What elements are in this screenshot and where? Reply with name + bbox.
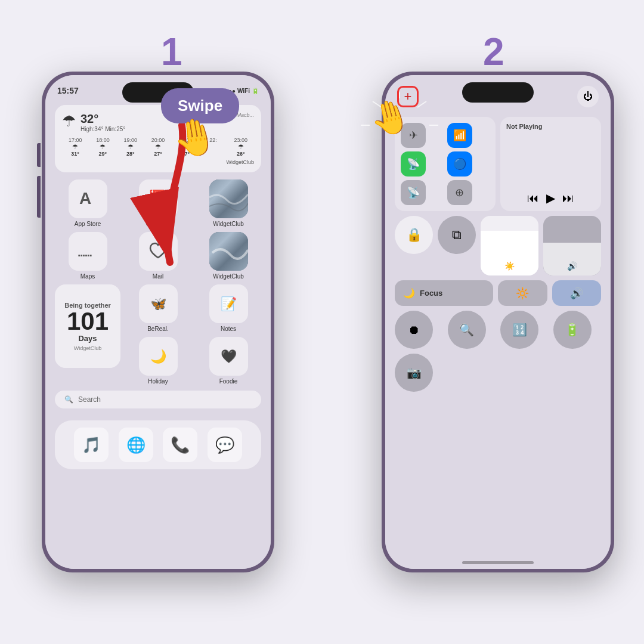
camera-button[interactable]: 📷 xyxy=(395,354,433,392)
status-time-1: 15:57 xyxy=(57,86,79,95)
foodie-label: Foodie xyxy=(219,378,238,385)
svg-text:▪▪▪▪▪▪: ▪▪▪▪▪▪ xyxy=(78,252,92,259)
days-widget: Being together 101 Days WidgetClub xyxy=(55,284,120,368)
bereal-label: BeReal. xyxy=(147,326,169,332)
step-2-label: 2 xyxy=(483,30,504,74)
dock: 🎵 🌐 📞 💬 xyxy=(55,420,261,469)
calculator-button[interactable]: 🔢 xyxy=(500,311,538,349)
rewind-button[interactable]: ⏮ xyxy=(527,191,539,205)
dock-safari[interactable]: 🌐 xyxy=(119,428,153,462)
notes-icon: 📝 xyxy=(209,284,248,323)
bereal-icon: 🦋 xyxy=(139,284,178,323)
sound-tile[interactable]: 🔊 xyxy=(552,280,602,306)
music-panel: Not Playing ⏮ ▶ ⏭ xyxy=(500,117,601,211)
notes-wrapper[interactable]: 📝 Notes xyxy=(196,284,261,332)
dock-music[interactable]: 🎵 xyxy=(74,428,109,462)
search-icon: 🔍 xyxy=(64,395,73,404)
magnifier-button[interactable]: 🔍 xyxy=(448,311,486,349)
svg-line-7 xyxy=(417,101,426,107)
bereal-wrapper[interactable]: 🦋 BeReal. xyxy=(125,284,191,332)
dynamic-island-2 xyxy=(462,82,534,103)
foodie-icon: 🖤 xyxy=(209,337,248,376)
search-label: Search xyxy=(78,395,101,404)
holiday-label: Holiday xyxy=(148,378,168,385)
sound-icon: 🔊 xyxy=(570,287,583,300)
focus-label: Focus xyxy=(420,289,442,298)
svg-text:A: A xyxy=(79,189,91,208)
small-apps-col2: 📝 Notes 🖤 Foodie xyxy=(196,284,261,385)
brightness-slider[interactable]: ☀️ xyxy=(481,216,538,275)
screen-mirror-button[interactable]: ⧉ xyxy=(438,216,476,254)
foodie-wrapper[interactable]: 🖤 Foodie xyxy=(196,337,261,385)
dock-phone[interactable]: 📞 xyxy=(163,428,197,462)
bottom-widgets: Being together 101 Days WidgetClub 🦋 BeR… xyxy=(55,284,261,385)
dock-messages[interactable]: 💬 xyxy=(208,428,242,462)
step-1-label: 1 xyxy=(161,30,182,74)
weather-brand: Macb... xyxy=(236,112,254,118)
power-button[interactable]: ⏻ xyxy=(577,86,599,107)
days-unit: Days xyxy=(78,334,97,343)
app-store-label: App Store xyxy=(75,221,101,227)
fast-forward-button[interactable]: ⏭ xyxy=(562,191,574,205)
search-bar[interactable]: 🔍 Search xyxy=(55,391,261,408)
wifi-button[interactable]: 📶 xyxy=(447,123,472,148)
orientation-lock-button[interactable]: 🔒 xyxy=(395,216,433,254)
days-number: 101 xyxy=(67,309,109,334)
weather-icon: ☂ xyxy=(62,112,76,131)
power-icon: ⏻ xyxy=(583,91,593,102)
volume-slider[interactable]: 🔊 xyxy=(543,216,601,275)
swipe-hand-cursor: 🤚 xyxy=(169,113,221,162)
notes-label: Notes xyxy=(221,326,236,332)
play-button[interactable]: ▶ xyxy=(546,191,555,205)
bluetooth-button[interactable]: 🔵 xyxy=(447,151,472,177)
days-brand: WidgetClub xyxy=(74,345,102,351)
not-playing-label: Not Playing xyxy=(506,123,595,130)
holiday-wrapper[interactable]: 🌙 Holiday xyxy=(125,337,191,385)
moon-icon: 🌙 xyxy=(403,287,415,299)
maps-icon: ▪▪▪▪▪▪ xyxy=(69,232,107,271)
home-indicator-2 xyxy=(462,561,534,564)
small-apps-col1: 🦋 BeReal. 🌙 Holiday xyxy=(125,284,191,385)
app-store-icon: A xyxy=(69,179,107,218)
hotspot-button[interactable]: ⊕ xyxy=(447,180,472,205)
battery-button[interactable]: 🔋 xyxy=(553,311,592,349)
airdrop-button[interactable]: 📡 xyxy=(401,180,426,205)
focus-button[interactable]: 🌙 Focus xyxy=(395,280,493,306)
brightness-tile[interactable]: 🔆 xyxy=(498,280,547,306)
holiday-icon: 🌙 xyxy=(139,337,178,376)
screen-record-button[interactable]: ⏺ xyxy=(395,311,433,349)
music-controls: ⏮ ▶ ⏭ xyxy=(506,191,595,205)
brightness-icon: 🔆 xyxy=(516,287,529,300)
maps-label: Maps xyxy=(80,273,95,280)
